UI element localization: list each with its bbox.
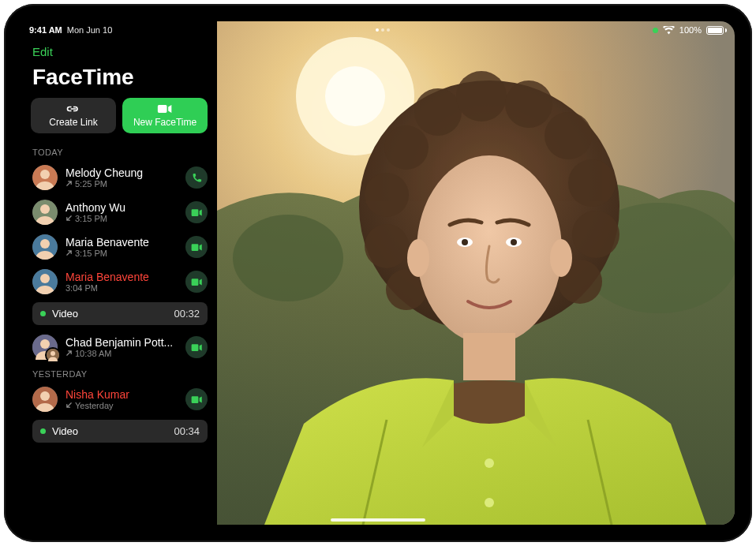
sidebar: Edit FaceTime Create Link New FaceTime T… — [21, 21, 217, 525]
svg-point-21 — [414, 88, 462, 136]
video-call-button[interactable] — [185, 236, 208, 258]
call-time: 10:38 AM — [65, 349, 178, 358]
svg-point-1 — [40, 170, 50, 179]
status-time: 9:41 AM — [29, 25, 62, 35]
svg-point-24 — [545, 112, 592, 159]
call-direction-icon — [65, 349, 73, 358]
voicemail-label: Video — [52, 425, 78, 437]
call-direction-icon — [65, 179, 73, 189]
multitasking-dots-icon[interactable] — [376, 28, 390, 32]
svg-point-7 — [40, 274, 50, 283]
svg-point-39 — [485, 458, 494, 468]
status-bar: 9:41 AM Mon Jun 10 100% — [21, 21, 735, 39]
voicemail-row[interactable]: Video 00:34 — [32, 420, 208, 443]
svg-point-13 — [40, 391, 50, 401]
new-facetime-label: New FaceTime — [133, 117, 196, 128]
call-name: Melody Cheung — [65, 166, 178, 179]
camera-in-use-indicator-icon — [653, 28, 658, 33]
status-date: Mon Jun 10 — [67, 25, 112, 35]
home-indicator[interactable] — [331, 518, 425, 522]
avatar — [32, 269, 58, 294]
call-item[interactable]: Maria Benavente 3:04 PM — [21, 264, 217, 299]
battery-icon — [706, 26, 727, 35]
call-name: Maria Benavente — [65, 271, 178, 283]
avatar — [32, 387, 58, 412]
new-facetime-button[interactable]: New FaceTime — [122, 98, 208, 133]
avatar — [32, 165, 58, 190]
svg-point-3 — [40, 204, 50, 214]
svg-point-35 — [462, 239, 468, 245]
call-item[interactable]: Chad Benjamin Pott... 10:38 AM — [21, 330, 217, 365]
svg-point-17 — [233, 215, 343, 301]
battery-percentage: 100% — [679, 25, 702, 35]
svg-point-32 — [407, 239, 429, 277]
call-direction-icon — [65, 214, 73, 223]
avatar — [32, 200, 58, 225]
video-call-button[interactable] — [185, 201, 208, 223]
call-name: Maria Benavente — [65, 236, 178, 249]
call-direction-icon — [65, 249, 73, 258]
call-time: 3:04 PM — [65, 283, 178, 293]
section-header-yesterday: YESTERDAY — [21, 365, 217, 382]
camera-preview-area[interactable] — [217, 21, 735, 525]
svg-point-16 — [325, 66, 385, 126]
create-link-label: Create Link — [49, 117, 97, 128]
wifi-icon — [663, 26, 675, 35]
svg-point-26 — [572, 211, 619, 258]
svg-point-33 — [550, 239, 572, 277]
svg-point-25 — [568, 159, 616, 207]
call-time: 5:25 PM — [65, 179, 178, 189]
voicemail-duration: 00:32 — [174, 308, 200, 320]
video-call-button[interactable] — [185, 388, 208, 410]
audio-call-button[interactable] — [185, 166, 208, 189]
unread-dot-icon — [40, 428, 46, 434]
call-direction-icon — [65, 401, 73, 410]
voicemail-duration: 00:34 — [174, 425, 200, 437]
svg-point-23 — [505, 80, 552, 128]
call-item[interactable]: Anthony Wu 3:15 PM — [21, 195, 217, 230]
call-item[interactable]: Maria Benavente 3:15 PM — [21, 230, 217, 264]
app-title: FaceTime — [21, 65, 217, 98]
svg-point-37 — [511, 239, 517, 245]
video-call-button[interactable] — [185, 271, 208, 293]
video-camera-icon — [157, 103, 173, 115]
video-call-button[interactable] — [185, 336, 208, 358]
call-name: Nisha Kumar — [65, 388, 178, 401]
link-icon — [65, 103, 81, 115]
call-list: TODAY Melody Cheung 5:25 PM Anthony Wu 3… — [21, 143, 217, 525]
voicemail-label: Video — [52, 308, 78, 320]
call-item[interactable]: Nisha Kumar Yesterday — [21, 382, 217, 417]
call-name: Anthony Wu — [65, 201, 178, 214]
svg-point-40 — [485, 498, 494, 507]
svg-rect-38 — [463, 333, 515, 380]
screen: 9:41 AM Mon Jun 10 100% Edit FaceTime — [21, 21, 735, 525]
call-time: Yesterday — [65, 401, 178, 410]
self-view-video — [217, 21, 735, 525]
call-time: 3:15 PM — [65, 214, 178, 223]
voicemail-row[interactable]: Video 00:32 — [32, 302, 208, 325]
avatar — [32, 335, 58, 360]
unread-dot-icon — [40, 311, 46, 316]
svg-point-20 — [384, 125, 429, 170]
svg-point-5 — [40, 239, 50, 249]
call-time: 3:15 PM — [65, 249, 178, 258]
section-header-today: TODAY — [21, 143, 217, 160]
call-name: Chad Benjamin Pott... — [65, 336, 178, 349]
avatar — [32, 234, 58, 260]
ipad-device-frame: 9:41 AM Mon Jun 10 100% Edit FaceTime — [4, 4, 752, 542]
edit-button[interactable]: Edit — [21, 42, 217, 65]
svg-point-9 — [40, 339, 50, 349]
call-item[interactable]: Melody Cheung 5:25 PM — [21, 160, 217, 195]
svg-point-11 — [51, 351, 55, 356]
svg-point-27 — [365, 173, 409, 217]
svg-point-28 — [365, 224, 409, 268]
create-link-button[interactable]: Create Link — [31, 98, 116, 133]
svg-point-22 — [456, 71, 507, 122]
